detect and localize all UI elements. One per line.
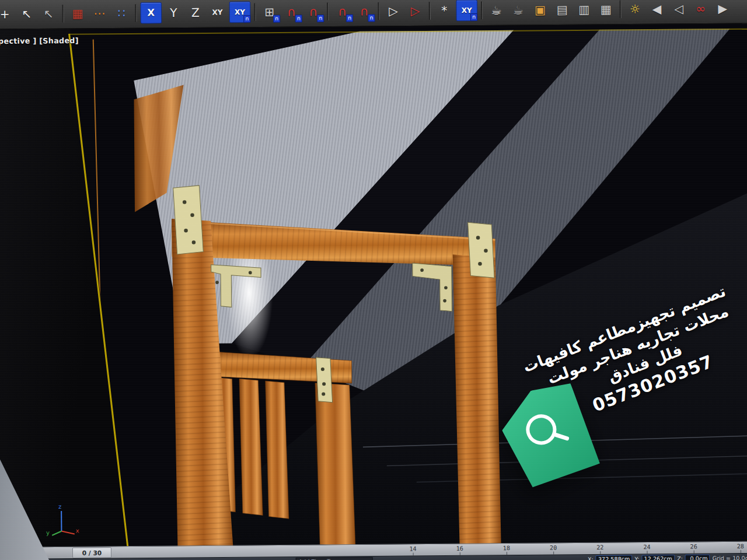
snap-badge: n [470, 13, 477, 20]
add-time-tag-field[interactable]: Add Time Tag [296, 557, 373, 560]
toolbar-separator [62, 5, 64, 22]
axis-y-label: y [46, 530, 50, 536]
snap-magnet-b-icon[interactable]: ∩n [303, 1, 324, 22]
percent-snap-magnet-icon[interactable]: ∩n [354, 1, 375, 21]
timeline-tick: 24 [643, 544, 650, 550]
toolbar-separator [254, 3, 256, 20]
restrict-y-glyph: Y [170, 6, 177, 18]
restrict-y-button[interactable]: Y [163, 2, 184, 23]
align-tool-icon[interactable]: ▷ [405, 1, 425, 21]
rendered-frame-icon[interactable]: ▣ [530, 0, 550, 20]
timeline-tick: 22 [596, 544, 603, 551]
coordinate-display: X: 372.588cm Y: 12.262cm Z: 0.0cm Grid =… [588, 554, 747, 560]
small-frame-post[interactable] [315, 383, 355, 547]
teapot-render-icon-glyph: ☕ [491, 4, 501, 16]
bracket-hole [476, 236, 480, 240]
photographed-monitor: spective ] [Shaded] z x y +↖↖▦⋯∷XYZXYXYn… [0, 0, 747, 560]
toolbar-separator [135, 4, 137, 22]
spreadsheet-icon[interactable]: ▦ [596, 0, 616, 19]
select-object-icon[interactable]: ↖ [16, 4, 37, 24]
blue-dots-icon-glyph: ∷ [118, 7, 125, 19]
snap-magnet-a-icon-glyph: ∩ [287, 6, 296, 18]
red-eyes-icon-glyph: ∞ [696, 2, 706, 14]
select-by-name-icon-glyph: ↖ [44, 8, 54, 19]
layer-manager-icon[interactable]: ▥ [574, 0, 594, 19]
toolbar-separator [378, 2, 379, 19]
timeline-tick: 20 [550, 544, 557, 551]
speaker-icon[interactable]: ◁ [669, 0, 689, 19]
rendered-frame-icon-glyph: ▣ [535, 4, 546, 15]
world-axis-gizmo: z x y [45, 501, 82, 538]
z-coordinate-field[interactable]: 0.0cm [685, 554, 710, 560]
plane-snap-xy-glyph: XY [462, 6, 472, 13]
track-bars-icon-glyph: ▦ [72, 7, 83, 19]
bracket-hole [321, 368, 324, 371]
restrict-x-glyph: X [147, 8, 155, 17]
bracket-hole [322, 382, 326, 386]
x-coordinate-field[interactable]: 372.588cm [596, 555, 633, 560]
bracket-hole [484, 249, 488, 253]
right-post-grain [453, 254, 501, 551]
timeline-tick: 28 [737, 543, 744, 550]
viewport-label[interactable]: spective ] [Shaded] [0, 36, 79, 46]
blue-dots-icon[interactable]: ∷ [111, 3, 132, 23]
track-bars-icon[interactable]: ▦ [68, 3, 88, 23]
timeline-tick: 14 [409, 545, 416, 552]
snap-magnet-a-icon[interactable]: ∩n [281, 1, 302, 22]
bracket-hole [183, 200, 187, 204]
timeline-tick: 26 [690, 543, 697, 550]
mirror-tool-icon[interactable]: ▷ [383, 1, 404, 21]
axis-y-line [52, 531, 61, 536]
asterisk-snap-icon-glyph: * [441, 5, 447, 16]
toolbar-separator [327, 2, 329, 20]
timeline-tick: 16 [456, 545, 463, 552]
schematic-view-icon-glyph: ▤ [557, 4, 568, 15]
snap-badge: n [243, 15, 250, 22]
snap-magnet-b-icon-glyph: ∩ [309, 5, 317, 17]
3dsmax-window: spective ] [Shaded] z x y +↖↖▦⋯∷XYZXYXYn… [0, 0, 747, 560]
asterisk-snap-icon[interactable]: * [434, 0, 455, 20]
bracket-hole [322, 392, 325, 396]
toolbar-icons: +↖↖▦⋯∷XYZXYXYn⊞n∩n∩n∩n∩n▷▷*XYn☕☕▣▤▥▦☼◀◁∞… [0, 0, 733, 24]
angle-snap-magnet-icon-glyph: ∩ [338, 5, 347, 17]
align-tool-icon-glyph: ▷ [411, 5, 420, 16]
camera-icon[interactable]: ▶ [713, 0, 733, 18]
light-bulb-icon[interactable]: ☼ [625, 0, 645, 19]
bracket-hole [190, 213, 194, 217]
bracket-hole [444, 286, 448, 289]
plane-snap-xy-button[interactable]: XYn [456, 0, 477, 21]
x-label: X: [588, 556, 594, 560]
teapot-render-icon[interactable]: ☕ [486, 0, 507, 20]
select-object-icon-glyph: ↖ [22, 8, 32, 19]
restrict-z-button[interactable]: Z [186, 2, 206, 23]
angle-snap-magnet-icon[interactable]: ∩n [332, 1, 352, 22]
magnifier-icon [521, 410, 561, 450]
snap-xy-button[interactable]: XYn [229, 1, 251, 23]
kettle-icon[interactable]: ☕ [508, 0, 529, 20]
toolbar-separator [620, 0, 622, 18]
kettle-icon-glyph: ☕ [513, 4, 523, 15]
metal-bracket-top-right[interactable] [468, 222, 494, 278]
bracket-hole [249, 271, 252, 275]
orange-marks-icon[interactable]: ⋯ [89, 3, 110, 23]
grid-snap-magnet-icon[interactable]: ⊞n [259, 2, 280, 22]
metal-bracket-top-left[interactable] [173, 186, 204, 254]
snap-badge: n [317, 14, 324, 22]
toolbar-separator [429, 2, 431, 19]
move-cross-icon[interactable]: + [0, 4, 15, 24]
horn-icon[interactable]: ◀ [647, 0, 667, 19]
y-coordinate-field[interactable]: 12.262cm [641, 554, 675, 560]
z-label: Z: [677, 555, 683, 560]
bracket-hole [215, 281, 219, 284]
restrict-x-button[interactable]: X [140, 2, 162, 23]
axis-x-label: x [76, 527, 79, 534]
schematic-view-icon[interactable]: ▤ [552, 0, 573, 20]
red-eyes-icon[interactable]: ∞ [690, 0, 711, 19]
toolbar-separator [481, 1, 483, 19]
restrict-xy-button[interactable]: XY [207, 2, 228, 22]
select-by-name-icon[interactable]: ↖ [39, 4, 59, 24]
restrict-z-glyph: Z [191, 6, 200, 18]
horn-icon-glyph: ◀ [652, 3, 662, 15]
snap-badge: n [295, 15, 302, 22]
speaker-icon-glyph: ◁ [674, 2, 683, 14]
